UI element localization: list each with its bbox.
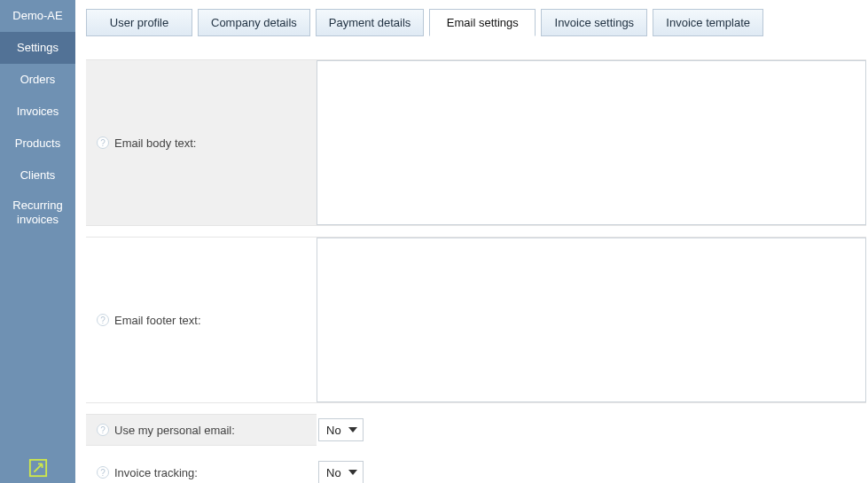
help-icon[interactable]: ?	[97, 136, 109, 149]
help-icon[interactable]: ?	[97, 424, 109, 436]
sidebar-item-orders[interactable]: Orders	[0, 64, 75, 96]
sidebar-item-recurring-invoices[interactable]: Recurring invoices	[0, 191, 75, 233]
expand-icon[interactable]	[28, 458, 48, 478]
row-email-footer: ? Email footer text:	[86, 237, 866, 403]
invoice-tracking-value: No	[326, 466, 341, 479]
label-email-footer: Email footer text:	[114, 314, 201, 327]
sidebar-item-settings[interactable]: Settings	[0, 32, 75, 64]
brand-title[interactable]: Demo-AE	[0, 0, 75, 32]
label-invoice-tracking: Invoice tracking:	[114, 466, 198, 479]
sidebar: Demo-AE Settings Orders Invoices Product…	[0, 0, 75, 483]
label-personal-email: Use my personal email:	[114, 424, 235, 437]
label-email-body: Email body text:	[114, 136, 197, 150]
email-footer-textarea[interactable]	[317, 238, 866, 402]
tab-invoice-settings[interactable]: Invoice settings	[541, 9, 647, 36]
help-icon[interactable]: ?	[97, 314, 109, 326]
sidebar-item-invoices[interactable]: Invoices	[0, 96, 75, 128]
tab-user-profile[interactable]: User profile	[86, 9, 192, 36]
personal-email-value: No	[326, 424, 341, 437]
tab-strip: User profile Company details Payment det…	[86, 9, 868, 36]
personal-email-select[interactable]: No	[318, 418, 364, 441]
row-personal-email: ? Use my personal email: No	[86, 414, 866, 446]
invoice-tracking-select[interactable]: No	[318, 461, 364, 483]
help-icon[interactable]: ?	[97, 466, 109, 479]
tab-payment-details[interactable]: Payment details	[316, 9, 425, 36]
sidebar-item-products[interactable]: Products	[0, 128, 75, 160]
main-content: User profile Company details Payment det…	[75, 0, 868, 483]
chevron-down-icon	[348, 427, 357, 432]
chevron-down-icon	[348, 470, 357, 475]
sidebar-item-clients[interactable]: Clients	[0, 160, 75, 191]
email-settings-form: ? Email body text: ? Email footer text:	[86, 59, 866, 483]
email-body-textarea[interactable]	[317, 60, 866, 225]
tab-invoice-template[interactable]: Invoice template	[653, 9, 763, 36]
row-email-body: ? Email body text:	[86, 59, 866, 226]
row-invoice-tracking: ? Invoice tracking: No	[86, 456, 866, 483]
tab-email-settings[interactable]: Email settings	[429, 9, 536, 36]
tab-company-details[interactable]: Company details	[198, 9, 310, 36]
